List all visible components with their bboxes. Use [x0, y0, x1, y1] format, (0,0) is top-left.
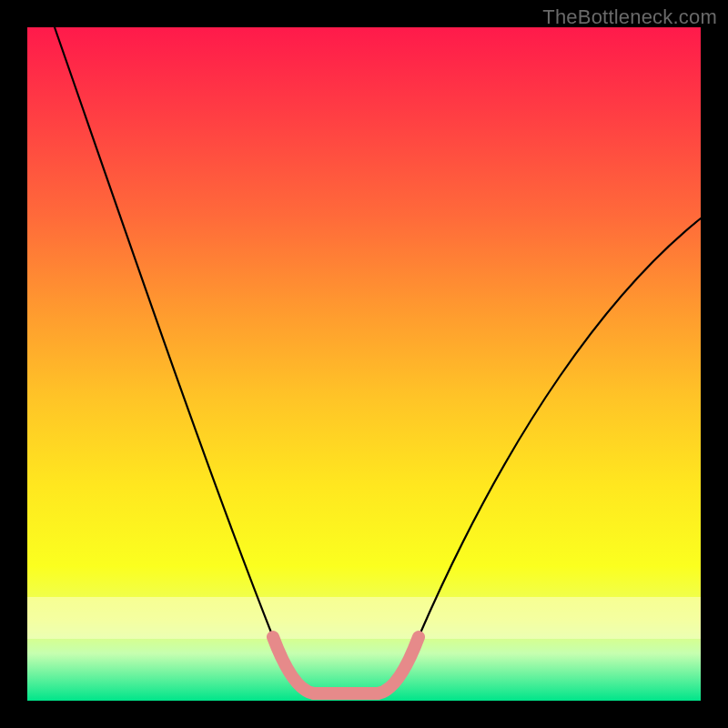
chart-container: TheBottleneck.com: [0, 0, 728, 728]
bottleneck-curve-chart: [0, 0, 728, 728]
watermark-text: TheBottleneck.com: [542, 5, 717, 29]
highlight-band: [27, 597, 701, 639]
